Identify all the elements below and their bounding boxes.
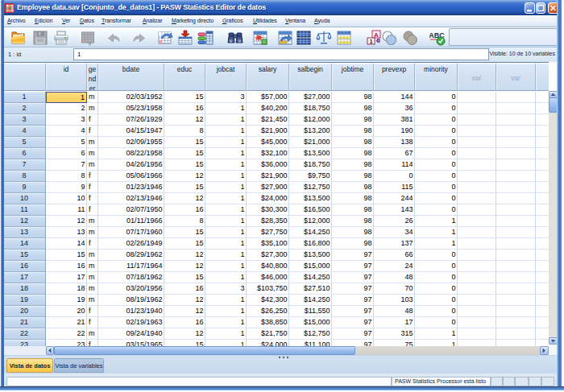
svg-text:1: 1 <box>369 38 372 45</box>
svg-text:A: A <box>374 31 379 39</box>
